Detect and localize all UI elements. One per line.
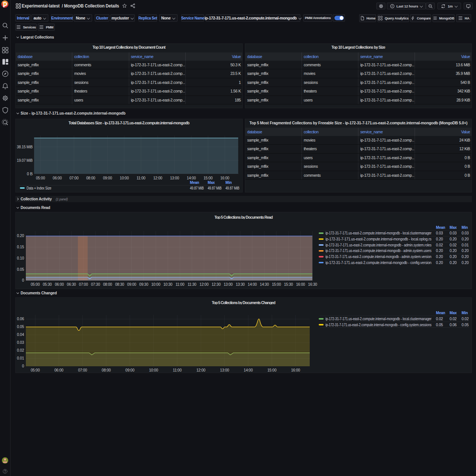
svg-text:0.20: 0.20: [436, 261, 443, 265]
svg-text:0.01: 0.01: [17, 356, 24, 360]
svg-text:0.03: 0.03: [462, 231, 469, 235]
svg-text:0.06: 0.06: [17, 317, 24, 321]
svg-text:0.20: 0.20: [450, 261, 457, 265]
svg-text:0.20: 0.20: [17, 234, 24, 238]
svg-text:49.87 MiB: 49.87 MiB: [225, 186, 239, 190]
svg-text:06:00: 06:00: [53, 176, 62, 180]
svg-text:06:00: 06:00: [54, 368, 64, 372]
svg-text:0.06: 0.06: [450, 323, 457, 327]
svg-text:19.07 MiB: 19.07 MiB: [17, 158, 33, 163]
svg-text:0: 0: [22, 364, 24, 368]
svg-text:0.20: 0.20: [436, 255, 443, 259]
svg-text:Top 5 Most Fragmented Collecti: Top 5 Most Fragmented Collections by Fre…: [249, 121, 467, 125]
svg-text:Mean: Mean: [436, 225, 445, 230]
svg-text:06:00: 06:00: [55, 282, 64, 286]
svg-text:0.02: 0.02: [462, 317, 469, 321]
svg-text:08:00: 08:00: [103, 282, 112, 286]
svg-text:07:00: 07:00: [69, 176, 79, 180]
svg-text:15:00: 15:00: [272, 282, 281, 286]
svg-text:0.03: 0.03: [450, 231, 457, 235]
svg-text:0.02: 0.02: [17, 348, 24, 352]
svg-text:0.03: 0.03: [436, 231, 443, 235]
svg-text:11:00: 11:00: [173, 368, 182, 372]
svg-text:ip-172-31-7-171.us-east-2.comp: ip-172-31-7-171.us-east-2.compute.intern…: [325, 231, 432, 235]
svg-text:0.20: 0.20: [462, 237, 469, 241]
svg-text:0.05: 0.05: [436, 323, 443, 327]
svg-text:0.15: 0.15: [17, 245, 24, 249]
svg-text:49.87 MiB: 49.87 MiB: [208, 186, 222, 190]
svg-text:14:00: 14:00: [244, 368, 253, 372]
svg-text:14:00: 14:00: [187, 176, 196, 180]
svg-text:0.05: 0.05: [462, 323, 469, 327]
svg-text:ip-172-31-7-171.us-east-2.comp: ip-172-31-7-171.us-east-2.compute.intern…: [325, 243, 431, 247]
svg-text:15:00: 15:00: [267, 368, 277, 372]
svg-text:13:00: 13:00: [220, 368, 230, 372]
svg-text:Max: Max: [450, 311, 457, 315]
svg-text:0.20: 0.20: [462, 255, 469, 259]
svg-text:Min: Min: [225, 181, 232, 185]
svg-text:0.02: 0.02: [450, 317, 457, 321]
svg-text:0.02: 0.02: [436, 317, 443, 321]
svg-text:07:00: 07:00: [78, 368, 87, 372]
svg-text:08:30: 08:30: [115, 282, 124, 286]
svg-text:10:00: 10:00: [149, 368, 158, 372]
svg-text:0.20: 0.20: [450, 255, 457, 259]
svg-text:10:00: 10:00: [120, 176, 129, 180]
svg-text:0.05: 0.05: [17, 267, 24, 272]
svg-text:13:30: 13:30: [236, 282, 245, 286]
svg-text:12:30: 12:30: [212, 282, 221, 286]
svg-text:Min: Min: [462, 311, 468, 315]
svg-text:0.02: 0.02: [436, 243, 443, 247]
svg-text:16:00: 16:00: [291, 368, 300, 372]
svg-text:Top 10 Largest Collections by: Top 10 Largest Collections by Size: [331, 45, 385, 49]
svg-text:14:00: 14:00: [248, 282, 257, 286]
svg-text:12:00: 12:00: [200, 282, 209, 286]
svg-text:Mean: Mean: [190, 181, 199, 185]
svg-text:0.01: 0.01: [462, 243, 469, 247]
svg-text:09:00: 09:00: [103, 176, 112, 180]
svg-text:06:30: 06:30: [67, 282, 76, 286]
svg-text:0.20: 0.20: [436, 249, 443, 253]
svg-text:ip-172-31-7-171.us-east-2.comp: ip-172-31-7-171.us-east-2.compute.intern…: [325, 317, 432, 321]
svg-text:10:30: 10:30: [163, 282, 173, 286]
svg-text:12:00: 12:00: [153, 176, 163, 180]
svg-text:09:30: 09:30: [139, 282, 149, 286]
svg-text:07:00: 07:00: [79, 282, 88, 286]
svg-text:05:00: 05:00: [36, 176, 45, 180]
svg-text:0.20: 0.20: [450, 237, 457, 241]
svg-text:05:30: 05:30: [43, 282, 52, 286]
svg-text:13:00: 13:00: [170, 176, 179, 180]
svg-text:0 B: 0 B: [27, 172, 33, 176]
svg-text:11:30: 11:30: [188, 282, 197, 286]
svg-text:11:00: 11:00: [176, 282, 185, 286]
svg-text:49.87 MiB: 49.87 MiB: [190, 186, 204, 190]
svg-text:0.20: 0.20: [462, 249, 469, 253]
svg-text:ip-172-31-7-171.us-east-2.comp: ip-172-31-7-171.us-east-2.compute.intern…: [325, 323, 431, 327]
svg-text:ip-172-31-7-171.us-east-2.comp: ip-172-31-7-171.us-east-2.compute.intern…: [325, 237, 431, 241]
svg-text:16:00: 16:00: [296, 282, 305, 286]
svg-text:0: 0: [22, 278, 24, 282]
svg-text:Min: Min: [462, 225, 468, 230]
svg-text:Max: Max: [208, 181, 215, 185]
svg-text:14:30: 14:30: [260, 282, 269, 286]
svg-text:07:30: 07:30: [91, 282, 100, 286]
svg-text:13:00: 13:00: [224, 282, 233, 286]
svg-text:11:00: 11:00: [137, 176, 146, 180]
svg-text:0.04: 0.04: [17, 333, 24, 337]
svg-text:09:00: 09:00: [127, 282, 137, 286]
svg-text:15:00: 15:00: [203, 176, 213, 180]
svg-text:08:00: 08:00: [86, 176, 95, 180]
svg-text:Max: Max: [450, 225, 457, 230]
svg-text:0.03: 0.03: [17, 340, 24, 345]
svg-text:ip-172-31-7-171.us-east-2.comp: ip-172-31-7-171.us-east-2.compute.intern…: [325, 255, 431, 259]
svg-text:0.20: 0.20: [450, 249, 457, 253]
svg-text:0.20: 0.20: [462, 261, 469, 265]
svg-text:09:00: 09:00: [125, 368, 135, 372]
svg-text:0.10: 0.10: [17, 256, 24, 260]
svg-text:10:00: 10:00: [151, 282, 161, 286]
svg-text:05:00: 05:00: [31, 282, 40, 286]
svg-text:12:00: 12:00: [196, 368, 206, 372]
svg-text:Top 10 Largest Collections by: Top 10 Largest Collections by Document C…: [93, 45, 166, 49]
svg-text:08:00: 08:00: [102, 368, 111, 372]
svg-text:0.05: 0.05: [17, 325, 24, 329]
